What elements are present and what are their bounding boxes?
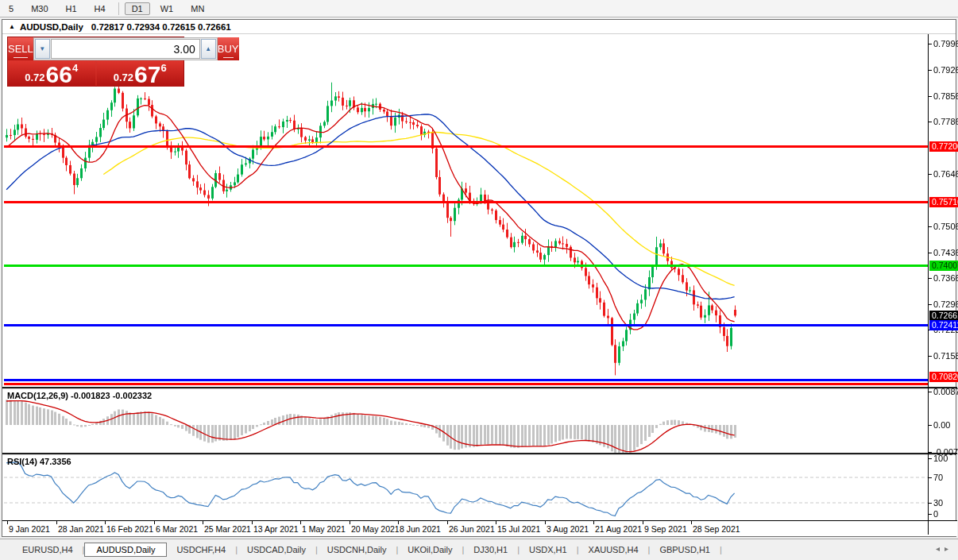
price-tick-label: 0.79260: [933, 65, 958, 75]
rsi-tick-label: 70: [933, 473, 943, 482]
buy-price-base: 0.72: [114, 71, 133, 83]
date-tick-label: 15 Jul 2021: [497, 524, 540, 534]
price-tick: [928, 174, 932, 175]
rsi-tick-label: 30: [933, 498, 943, 508]
rsi-tick-label: 100: [933, 454, 948, 463]
price-level-badge: 0.70820: [929, 372, 958, 382]
timeframe-button-d1[interactable]: D1: [125, 2, 150, 15]
collapse-panel-icon[interactable]: ▲: [9, 23, 15, 30]
date-tick-label: 20 May 2021: [351, 524, 400, 534]
price-level-badge: 0.74007: [929, 261, 958, 271]
volume-input[interactable]: [51, 39, 200, 59]
price-level-line[interactable]: [4, 265, 928, 267]
price-level-line[interactable]: [4, 383, 928, 385]
date-tick: [154, 521, 155, 524]
rsi-tick-label: 0: [933, 509, 938, 519]
toolbar-separator: [118, 2, 119, 15]
price-tick: [928, 96, 932, 97]
macd-tick: [928, 425, 932, 426]
date-tick-label: 13 Apr 2021: [253, 524, 299, 534]
date-tick-label: 25 Mar 2021: [204, 524, 251, 534]
tab-dj30-h1[interactable]: DJ30,H1: [464, 543, 517, 556]
timeframe-button-m30[interactable]: M30: [24, 2, 55, 15]
date-tick: [643, 521, 643, 524]
price-tick: [928, 304, 932, 305]
date-tick: [691, 521, 692, 524]
price-level-line[interactable]: [4, 379, 928, 381]
volume-increase-icon[interactable]: ▲: [201, 39, 216, 59]
macd-label: MACD(12,26,9) -0.001823 -0.002332: [7, 391, 152, 400]
buy-price-display[interactable]: 0.72 67 6: [97, 61, 184, 87]
tab-xauusd-h4[interactable]: XAUUSD,H4: [579, 543, 648, 556]
price-tick-label: 0.72960: [933, 299, 958, 309]
timeframe-toolbar: 5M30H1H4D1W1MN: [0, 0, 958, 17]
price-tick: [928, 356, 932, 357]
chart-window: ▲ AUDUSD,Daily 0.72817 0.72934 0.72615 0…: [2, 19, 956, 537]
timeframe-button-mn[interactable]: MN: [183, 2, 211, 15]
date-tick: [398, 521, 399, 524]
rsi-tick: [928, 477, 932, 478]
date-tick: [350, 521, 350, 524]
date-tick: [105, 521, 106, 524]
rsi-tick: [928, 503, 932, 504]
buy-button[interactable]: BUY: [218, 37, 239, 60]
chart-symbol-title: AUDUSD,Daily: [20, 22, 83, 32]
price-tick-label: 0.76460: [933, 169, 958, 179]
price-tick: [928, 278, 932, 279]
tab-gbpusd-h1[interactable]: GBPUSD,H1: [650, 543, 720, 556]
date-tick: [252, 521, 253, 524]
timeframe-button-5[interactable]: 5: [2, 2, 21, 15]
date-tick-label: 21 Aug 2021: [595, 524, 642, 534]
tab-scroll-arrows[interactable]: ◂▸: [936, 544, 953, 553]
macd-tick: [928, 392, 932, 392]
buy-price-pips: 67: [134, 64, 160, 86]
rsi-tick: [928, 514, 932, 515]
price-tick: [928, 226, 932, 227]
macd-tick-label: 0.008739: [933, 387, 958, 396]
sell-button[interactable]: SELL: [8, 37, 33, 60]
symbol-tab-bar: EURUSD,H4|AUDUSD,DailyUSDCHF,H4|USDCAD,D…: [0, 539, 958, 560]
price-tick-label: 0.75060: [933, 222, 958, 231]
tab-ukoil-daily[interactable]: UKOil,Daily: [398, 543, 462, 556]
price-tick-label: 0.73660: [933, 273, 958, 283]
date-tick: [496, 521, 496, 524]
price-tick: [928, 253, 932, 253]
date-tick-label: 28 Jan 2021: [58, 524, 104, 534]
price-level-line[interactable]: [4, 324, 928, 326]
tab-usdx-h1[interactable]: USDX,H1: [520, 543, 577, 556]
tab-audusd-daily[interactable]: AUDUSD,Daily: [84, 543, 167, 557]
date-tick: [300, 521, 301, 524]
tab-usdcad-daily[interactable]: USDCAD,Daily: [238, 543, 315, 556]
tab-separator: |: [720, 545, 722, 554]
price-tick: [928, 122, 932, 122]
tab-usdcnh-daily[interactable]: USDCNH,Daily: [318, 543, 396, 556]
date-tick: [447, 521, 448, 524]
macd-tick-label: 0.00: [933, 420, 950, 430]
buy-price-point: 6: [160, 62, 166, 74]
date-tick-label: 9 Sep 2021: [644, 524, 687, 534]
rsi-indicator-chart[interactable]: [4, 455, 928, 520]
volume-decrease-icon[interactable]: ▼: [35, 39, 50, 59]
date-tick-label: 6 Mar 2021: [156, 524, 198, 534]
date-tick: [7, 521, 8, 524]
sell-price-display[interactable]: 0.72 66 4: [8, 61, 95, 87]
price-tick-label: 0.78560: [933, 91, 958, 101]
price-level-line[interactable]: [4, 201, 928, 203]
date-tick: [56, 521, 57, 524]
tab-eurusd-h4[interactable]: EURUSD,H4: [13, 543, 83, 556]
tab-usdchf-h4[interactable]: USDCHF,H4: [167, 543, 235, 556]
price-level-line[interactable]: [4, 145, 928, 148]
date-tick-label: 26 Jun 2021: [449, 524, 495, 534]
rsi-label: RSI(14) 47.3356: [7, 457, 71, 466]
timeframe-button-h1[interactable]: H1: [59, 2, 84, 15]
timeframe-button-h4[interactable]: H4: [87, 2, 113, 15]
macd-tick: [928, 452, 932, 453]
chart-title-bar: ▲ AUDUSD,Daily 0.72817 0.72934 0.72615 0…: [2, 20, 956, 34]
price-tick-label: 0.77860: [933, 117, 958, 126]
date-tick: [545, 521, 546, 524]
date-tick-label: 1 May 2021: [302, 524, 346, 534]
timeframe-button-w1[interactable]: W1: [153, 2, 181, 15]
sell-price-base: 0.72: [25, 71, 44, 83]
price-tick-label: 0.74360: [933, 248, 958, 257]
price-tick: [928, 44, 932, 44]
